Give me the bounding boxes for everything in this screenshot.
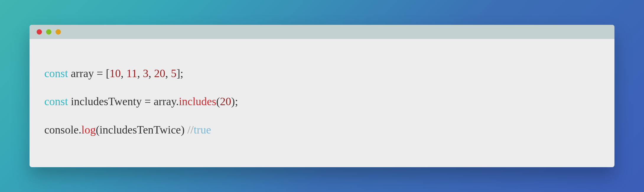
window-titlebar <box>30 25 614 39</box>
code-token: , <box>148 67 154 79</box>
minimize-icon[interactable] <box>46 29 51 35</box>
code-token: (includesTenTwice) <box>96 123 187 136</box>
maximize-icon[interactable] <box>56 29 61 35</box>
code-token: 11 <box>126 67 137 79</box>
code-token: 20 <box>220 95 231 108</box>
code-token: const <box>44 67 68 79</box>
code-token: , <box>137 67 143 79</box>
code-token: // <box>187 123 193 136</box>
close-icon[interactable] <box>37 29 42 35</box>
code-line: const includesTwenty = array.includes(20… <box>44 94 600 109</box>
code-token: 10 <box>110 67 121 79</box>
code-token: console. <box>44 123 82 136</box>
code-token: true <box>193 123 211 136</box>
code-token: const <box>44 95 68 108</box>
code-token: ( <box>216 95 220 108</box>
code-token: 20 <box>154 67 165 79</box>
code-token: 3 <box>143 67 148 79</box>
code-token: , <box>165 67 171 79</box>
code-line: const array = [10, 11, 3, 20, 5]; <box>44 66 600 81</box>
code-token: array = [ <box>68 67 110 79</box>
code-token: log <box>82 123 96 136</box>
code-token: ]; <box>176 67 183 79</box>
code-token: includesTwenty = array. <box>68 95 179 108</box>
code-token: includes <box>179 95 216 108</box>
code-window: const array = [10, 11, 3, 20, 5];const i… <box>30 25 614 167</box>
code-editor: const array = [10, 11, 3, 20, 5];const i… <box>30 39 614 167</box>
code-token: 5 <box>171 67 176 79</box>
code-token: ); <box>231 95 238 108</box>
code-line: console.log(includesTenTwice) //true <box>44 122 600 138</box>
code-token: , <box>121 67 126 79</box>
